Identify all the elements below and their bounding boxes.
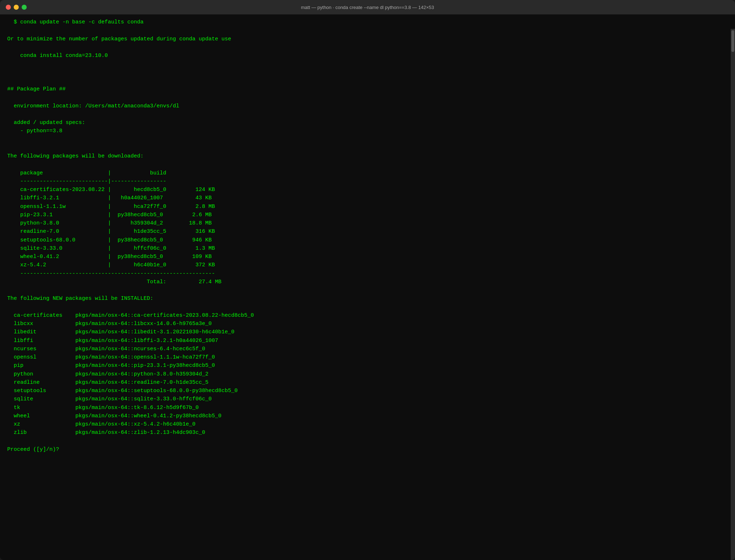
terminal-line: [7, 110, 728, 119]
terminal-line: openssl pkgs/main/osx-64::openssl-1.1.1w…: [7, 353, 728, 361]
terminal-line: - python==3.8: [7, 127, 728, 135]
terminal-line: [7, 60, 728, 68]
terminal-line: sqlite-3.33.0 | hffcf06c_0 1.3 MB: [7, 244, 728, 253]
terminal-line: ---------------------------|------------…: [7, 177, 728, 186]
terminal-line: ## Package Plan ##: [7, 85, 728, 93]
terminal-line: ca-certificates pkgs/main/osx-64::ca-cer…: [7, 311, 728, 320]
terminal-line: python-3.8.0 | h359304d_2 18.8 MB: [7, 219, 728, 227]
terminal-line: sqlite pkgs/main/osx-64::sqlite-3.33.0-h…: [7, 395, 728, 403]
terminal-line: zlib pkgs/main/osx-64::zlib-1.2.13-h4dc9…: [7, 428, 728, 437]
minimize-button[interactable]: [14, 5, 19, 10]
terminal-line: environment location: /Users/matt/anacon…: [7, 102, 728, 110]
traffic-lights: [6, 5, 27, 10]
terminal-line: openssl-1.1.1w | hca72f7f_0 2.8 MB: [7, 203, 728, 211]
terminal-line: wheel pkgs/main/osx-64::wheel-0.41.2-py3…: [7, 412, 728, 420]
terminal-line: The following packages will be downloade…: [7, 152, 728, 160]
titlebar: matt — python · conda create --name dl p…: [0, 0, 735, 14]
terminal-line: setuptools-68.0.0 | py38hecd8cb5_0 946 K…: [7, 236, 728, 244]
terminal-line: $ conda update -n base -c defaults conda: [7, 18, 728, 26]
terminal-line: readline-7.0 | h1de35cc_5 316 KB: [7, 227, 728, 236]
terminal-line: pip pkgs/main/osx-64::pip-23.3.1-py38hec…: [7, 361, 728, 370]
terminal-line: [7, 135, 728, 144]
terminal-line: xz-5.4.2 | h6c40b1e_0 372 KB: [7, 261, 728, 269]
terminal-line: ----------------------------------------…: [7, 270, 728, 278]
close-button[interactable]: [6, 5, 11, 10]
terminal-window: matt — python · conda create --name dl p…: [0, 0, 735, 560]
terminal-line: [7, 303, 728, 311]
terminal-line: ncurses pkgs/main/osx-64::ncurses-6.4-hc…: [7, 345, 728, 353]
terminal-line: libffi pkgs/main/osx-64::libffi-3.2.1-h0…: [7, 337, 728, 345]
maximize-button[interactable]: [22, 5, 27, 10]
terminal-line: libcxx pkgs/main/osx-64::libcxx-14.0.6-h…: [7, 320, 728, 328]
terminal-line: libffi-3.2.1 | h0a44026_1007 43 KB: [7, 194, 728, 202]
window-title: matt — python · conda create --name dl p…: [301, 5, 434, 10]
terminal-line: added / updated specs:: [7, 119, 728, 127]
terminal-line: [7, 437, 728, 445]
scrollbar-thumb[interactable]: [731, 30, 734, 52]
terminal-line: tk pkgs/main/osx-64::tk-8.6.12-h5d9f67b_…: [7, 404, 728, 412]
terminal-line: Or to minimize the number of packages up…: [7, 35, 728, 43]
terminal-line: package | build: [7, 169, 728, 177]
terminal-line: python pkgs/main/osx-64::python-3.8.0-h3…: [7, 370, 728, 378]
terminal-line: wheel-0.41.2 | py38hecd8cb5_0 109 KB: [7, 253, 728, 261]
terminal-content[interactable]: $ conda update -n base -c defaults conda…: [0, 14, 735, 457]
terminal-line: [7, 286, 728, 294]
terminal-line: [7, 93, 728, 102]
terminal-line: [7, 160, 728, 169]
terminal-line: [7, 77, 728, 85]
scrollbar-track[interactable]: [731, 29, 735, 560]
terminal-line: xz pkgs/main/osx-64::xz-5.4.2-h6c40b1e_0: [7, 420, 728, 428]
terminal-line: readline pkgs/main/osx-64::readline-7.0-…: [7, 378, 728, 387]
terminal-line: pip-23.3.1 | py38hecd8cb5_0 2.6 MB: [7, 211, 728, 219]
terminal-line: [7, 26, 728, 35]
terminal-line: The following NEW packages will be INSTA…: [7, 294, 728, 303]
terminal-line: [7, 68, 728, 77]
terminal-line: setuptools pkgs/main/osx-64::setuptools-…: [7, 387, 728, 395]
terminal-line: [7, 144, 728, 152]
terminal-line: [7, 43, 728, 52]
terminal-line: libedit pkgs/main/osx-64::libedit-3.1.20…: [7, 328, 728, 336]
terminal-line: ca-certificates-2023.08.22 | hecd8cb5_0 …: [7, 186, 728, 194]
terminal-line: Total: 27.4 MB: [7, 278, 728, 286]
terminal-line: Proceed ([y]/n)?: [7, 445, 728, 454]
terminal-line: conda install conda=23.10.0: [7, 52, 728, 60]
